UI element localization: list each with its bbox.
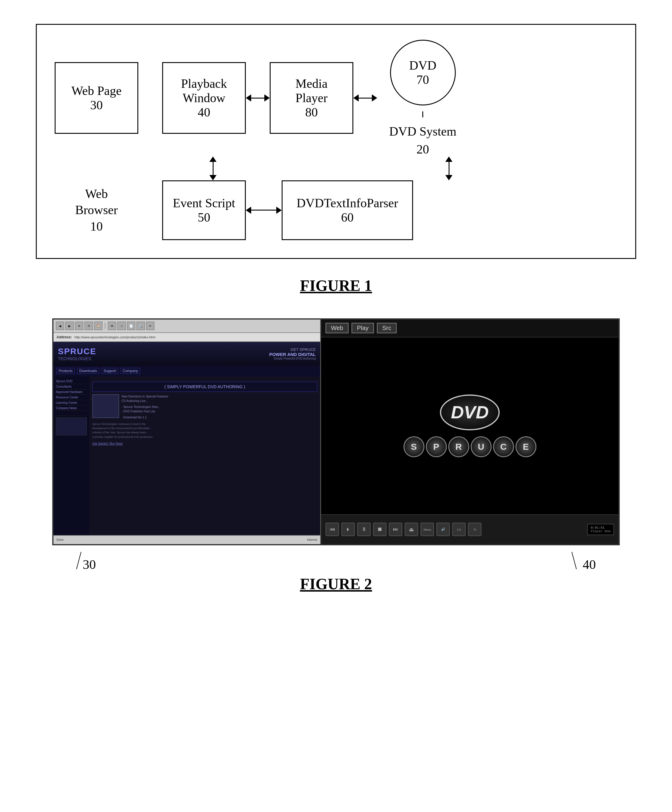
box-webpage: Web Page 30 (55, 62, 138, 134)
vert-arrow-dvdsystem (395, 157, 491, 180)
toolbar-btn-4[interactable]: 📄 (127, 322, 135, 330)
nav-item-3[interactable]: Support (102, 368, 118, 374)
label-line-left (76, 552, 81, 569)
toolbar-home-btn[interactable]: 🏠 (94, 322, 102, 330)
label-number-40: 40 (583, 557, 596, 572)
letter-R: R (448, 436, 469, 457)
sidebar-link-4[interactable]: Resource Center (56, 395, 87, 400)
playback-line2: Window (183, 91, 225, 105)
dvd-display-area: DVD S P R (321, 338, 619, 514)
header-right: GET SPRUCE POWER AND DIGITAL Simply Powe… (269, 347, 316, 360)
toolbar-refresh-btn[interactable]: ↺ (85, 322, 93, 330)
ctrl-stop[interactable]: ⏹ (373, 523, 387, 536)
spruce-letters-row: S P R U C (404, 436, 536, 457)
spruce-body: Spruce DVD Consultants Approved Hardware… (53, 376, 320, 544)
dvdtext-line1: DVDTextInfoParser (297, 196, 398, 210)
box-mediaplayer: Media Player 80 (270, 62, 353, 134)
toolbar-stop-btn[interactable]: ✕ (75, 322, 84, 330)
browser-content: SPRUCE TECHNOLOGIES GET SPRUCE POWER AND… (53, 342, 320, 544)
toolbar-btn-5[interactable]: 🔍 (136, 322, 145, 330)
spruce-logo-area: SPRUCE TECHNOLOGIES (58, 347, 96, 361)
sidebar-link-7[interactable] (56, 414, 87, 416)
arrow-line-2 (359, 98, 372, 99)
ctrl-display: 0:01:51 Player Now (587, 524, 614, 535)
dvdtext-line2: 60 (341, 210, 354, 225)
internet-zone: Internet (307, 538, 317, 541)
ctrl-title[interactable]: Ti (468, 523, 481, 536)
dvd-oval-logo: DVD (440, 394, 500, 430)
figure1-caption-text: FIGURE 1 (300, 277, 372, 294)
box-eventscript: Event Script 50 (162, 180, 246, 240)
header-sublabel: Simply Powerful DVD Authoring (274, 357, 316, 360)
mediaplayer-line2: Player (295, 91, 327, 105)
sidebar-link-6[interactable]: Company News (56, 406, 87, 411)
nav-item-2[interactable]: Downloads (77, 368, 99, 374)
sidebar-link-5[interactable]: Learning Center (56, 400, 87, 406)
toolbar-btn-3[interactable]: ☆ (118, 322, 126, 330)
sidebar-link-3[interactable]: Approved Hardware (56, 389, 87, 395)
dvd-tab-src[interactable]: Src (377, 323, 397, 333)
dvd-tab-web[interactable]: Web (326, 323, 348, 333)
arrowhead-left-1 (246, 94, 251, 102)
mediaplayer-line3: 80 (305, 105, 318, 119)
arrow-line-3 (251, 210, 276, 211)
bn-1[interactable]: Get Started | Buy Now! (92, 442, 123, 445)
ctrl-next[interactable]: ⏭ (389, 523, 402, 536)
figure2-screenshot: ◀ ▶ ✕ ↺ 🏠 ✉ ☆ 📄 🔍 ✏ Address: http://www.… (52, 318, 620, 545)
ct-line4: - DVD Publisher Fact List (121, 409, 168, 414)
playback-line3: 40 (198, 105, 210, 119)
arrow-playback-media (246, 94, 270, 102)
dvd-circle-line2: 70 (417, 73, 429, 87)
toolbar-fwd-btn[interactable]: ▶ (65, 322, 74, 330)
fig2-right-panel: Web Play Src DVD (321, 319, 619, 544)
fig2-label-right: 40 (576, 551, 596, 572)
letter-E: E (515, 436, 536, 457)
figure2-wrapper: ◀ ▶ ✕ ↺ 🏠 ✉ ☆ 📄 🔍 ✏ Address: http://www.… (36, 318, 636, 617)
ctrl-play[interactable]: ⏵ (341, 523, 355, 536)
ct-line3: - Spruce Technologies New... (121, 405, 168, 409)
sidebar-link-1[interactable]: Spruce DVD (56, 379, 87, 384)
arrow-line-1 (251, 98, 264, 99)
figure1-container: Web Page 30 Playback Window 40 Media Pla… (36, 24, 636, 259)
toolbar-back-btn[interactable]: ◀ (56, 322, 64, 330)
webpage-line2: 30 (90, 98, 103, 112)
content-image (92, 394, 119, 418)
toolbar-btn-6[interactable]: ✏ (146, 322, 154, 330)
address-bar[interactable]: Address: http://www.sprucetechnologies.c… (53, 333, 320, 342)
browser-toolbar: ◀ ▶ ✕ ↺ 🏠 ✉ ☆ 📄 🔍 ✏ (53, 319, 320, 333)
nav-item-1[interactable]: Products (56, 368, 75, 374)
web-browser-label: Web Browser 10 (55, 186, 138, 235)
nav-item-4[interactable]: Company (121, 368, 140, 374)
sidebar-link-2[interactable]: Consultants (56, 384, 87, 389)
webpage-line1: Web Page (72, 84, 121, 98)
arrowhead-down-1 (209, 175, 217, 180)
mt-line1: Spruce Technologies continues to lead in… (92, 422, 317, 426)
ct-line2: CD Authoring Live... (121, 399, 168, 403)
ctrl-audio[interactable]: 🔊 (437, 523, 450, 536)
arrowhead-right-3 (276, 206, 281, 214)
ctrl-pause[interactable]: ⏸ (357, 523, 371, 536)
dvd-system-text: DVD System (389, 123, 456, 140)
header-label2: POWER AND DIGITAL (269, 352, 316, 357)
figure1-caption: FIGURE 1 (36, 277, 636, 295)
feature-banner: ( SIMPLY POWERFUL DVD AUTHORING ) (92, 382, 317, 392)
mt-line3: Industry of the Year. Spruce has always … (92, 430, 317, 435)
header-label1: GET SPRUCE (291, 347, 316, 352)
ctrl-eject[interactable]: ⏏ (405, 523, 418, 536)
spruce-logo-text: SPRUCE (58, 347, 96, 356)
more-text: Spruce Technologies continues to lead in… (92, 422, 317, 439)
dvd-tab-play[interactable]: Play (351, 323, 374, 333)
ctrl-menu[interactable]: Menu (421, 523, 434, 536)
dvd-text: DVD (451, 402, 489, 423)
ctrl-status: Player Now (591, 529, 611, 533)
vert-line-2 (449, 162, 450, 175)
dvd-logo-container: DVD S P R (404, 394, 536, 457)
dvd-bottom-controls: ⏮ ⏵ ⏸ ⏹ ⏭ ⏏ Menu 🔊 Ch Ti 0:01:51 Player … (321, 514, 619, 544)
toolbar-btn-2[interactable]: ✉ (108, 322, 116, 330)
letter-C: C (493, 436, 514, 457)
letter-U: U (471, 436, 491, 457)
ctrl-prev[interactable]: ⏮ (326, 523, 339, 536)
ctrl-chapter[interactable]: Ch (452, 523, 466, 536)
arrow-es-dvdtext (246, 206, 281, 214)
fig1-top-row: Web Page 30 Playback Window 40 Media Pla… (55, 40, 617, 157)
